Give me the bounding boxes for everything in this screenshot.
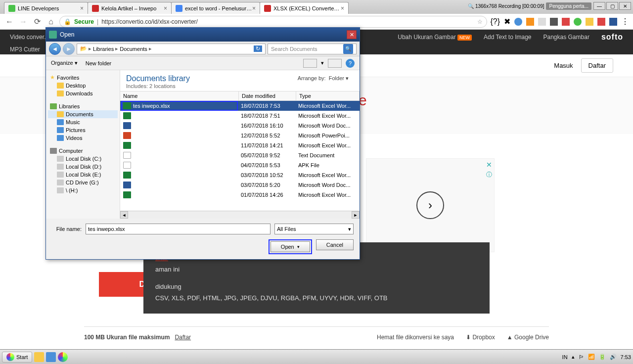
forward-button[interactable]: → xyxy=(18,16,29,27)
nav-link[interactable]: Pangkas Gambar xyxy=(543,34,589,41)
ext-icon[interactable] xyxy=(597,18,605,26)
sidebar-favorites[interactable]: ★Favorites xyxy=(48,73,118,82)
sidebar-desktop[interactable]: Desktop xyxy=(48,82,118,90)
file-row[interactable]: 05/07/2018 9:52Text Document xyxy=(120,150,360,160)
tray-icon[interactable]: 🔊 xyxy=(610,354,617,360)
nav-link[interactable]: Add Text to Image xyxy=(484,34,532,41)
login-link[interactable]: Masuk xyxy=(554,62,573,69)
cancel-button[interactable]: Cancel xyxy=(316,239,354,250)
taskbar-icon[interactable] xyxy=(46,352,56,362)
sidebar-cddrive[interactable]: CD Drive (G:) xyxy=(48,179,118,186)
dialog-toolbar: Organize ▾ New folder ▾ ? xyxy=(46,56,360,70)
ext-icon[interactable]: ✖ xyxy=(504,17,510,26)
sidebar-music[interactable]: Music xyxy=(48,118,118,126)
maximize-button[interactable]: ▢ xyxy=(606,2,618,10)
dialog-titlebar[interactable]: Open ✕ xyxy=(46,28,360,42)
view-button[interactable] xyxy=(303,59,317,68)
browser-tab[interactable]: Kelola Artikel – Inwepo× xyxy=(88,2,172,14)
file-list-headers[interactable]: Name Date modified Type xyxy=(120,91,360,101)
close-icon[interactable]: × xyxy=(164,5,167,12)
minimize-button[interactable]: — xyxy=(593,2,605,10)
tray-icon[interactable]: 🔋 xyxy=(599,354,606,360)
language-indicator[interactable]: IN xyxy=(562,354,568,360)
filename-input[interactable] xyxy=(86,224,271,234)
sidebar-pictures[interactable]: Pictures xyxy=(48,126,118,134)
sidebar-computer[interactable]: Computer xyxy=(48,147,118,155)
dialog-close-button[interactable]: ✕ xyxy=(347,30,357,39)
ext-icon[interactable]: {?} xyxy=(490,17,500,26)
organize-button[interactable]: Organize ▾ xyxy=(51,60,78,66)
url-input[interactable]: 🔒 Secure | https://convertio.co/id/xlsx-… xyxy=(59,16,487,28)
tray-icon[interactable]: ▴ xyxy=(572,354,575,360)
ext-icon[interactable] xyxy=(550,18,558,26)
tray-icon[interactable]: 📶 xyxy=(588,354,595,360)
file-row[interactable]: 04/07/2018 5:53APK File xyxy=(120,160,360,170)
file-row[interactable]: 12/07/2018 5:52Microsoft PowerPoi... xyxy=(120,131,360,140)
file-row[interactable]: tes inwepo.xlsx18/07/2018 7:53Microsoft … xyxy=(120,101,360,111)
horizontal-scrollbar[interactable]: ◄► xyxy=(120,211,360,219)
open-button[interactable]: Open▾ xyxy=(271,241,310,252)
nav-forward-button[interactable]: ► xyxy=(63,43,75,55)
file-row[interactable]: 18/07/2018 7:51Microsoft Excel Wor... xyxy=(120,111,360,121)
close-icon[interactable]: × xyxy=(341,5,344,12)
newfolder-button[interactable]: New folder xyxy=(86,60,112,66)
ext-icon[interactable] xyxy=(562,18,570,26)
ad-box[interactable]: › ✕ ⓘ xyxy=(366,158,495,252)
sidebar-localc[interactable]: Local Disk (C:) xyxy=(48,155,118,163)
footer-daftar-link[interactable]: Daftar xyxy=(175,334,191,341)
refresh-icon[interactable]: ↻ xyxy=(254,46,262,52)
breadcrumb[interactable]: 📂▸ Libraries▸ Documents▸ ↻ xyxy=(77,44,266,54)
ext-icon[interactable] xyxy=(538,18,546,26)
ext-icon[interactable] xyxy=(586,18,593,26)
sidebar-libraries[interactable]: Libraries xyxy=(48,102,118,110)
file-row[interactable]: 01/07/2018 14:26Microsoft Excel Wor... xyxy=(120,190,360,200)
gdrive-link[interactable]: ▲ Google Drive xyxy=(507,334,549,341)
browser-tab[interactable]: excel to word - Penelusuran× xyxy=(171,2,260,14)
sidebar-locald[interactable]: Local Disk (D:) xyxy=(48,163,118,171)
dropbox-link[interactable]: ⬇ Dropbox xyxy=(466,334,495,341)
ext-icon[interactable] xyxy=(609,18,617,26)
file-row[interactable]: 16/07/2018 16:10Microsoft Word Doc... xyxy=(120,121,360,131)
browser-tab[interactable]: LINE Developers× xyxy=(4,2,88,14)
back-button[interactable]: ← xyxy=(4,16,15,27)
signup-button[interactable]: Daftar xyxy=(581,58,613,73)
file-row[interactable]: 03/07/2018 10:52Microsoft Excel Wor... xyxy=(120,170,360,180)
sidebar-videos[interactable]: Videos xyxy=(48,134,118,142)
filter-select[interactable]: All Files▾ xyxy=(274,224,354,234)
ext-icon[interactable] xyxy=(514,18,522,26)
search-input[interactable]: Search Documents 🔍 xyxy=(268,44,357,54)
file-row[interactable]: 03/07/2018 5:20Microsoft Word Doc... xyxy=(120,180,360,190)
close-icon[interactable]: × xyxy=(80,5,84,12)
help-button[interactable]: ? xyxy=(346,59,355,68)
file-row[interactable]: 11/07/2018 14:21Microsoft Excel Wor... xyxy=(120,140,360,150)
close-icon[interactable]: × xyxy=(252,5,256,12)
ad-close-icon[interactable]: ✕ xyxy=(486,161,492,169)
start-button[interactable]: Start xyxy=(2,352,32,363)
ext-icon[interactable] xyxy=(574,18,582,26)
clock[interactable]: 7:53 xyxy=(621,354,631,360)
home-button[interactable]: ⌂ xyxy=(45,16,56,27)
star-icon[interactable]: ☆ xyxy=(477,18,483,25)
browser-tab[interactable]: XLSX (EXCEL) Converter / ...× xyxy=(260,2,349,14)
nav-link[interactable]: MP3 Cutter xyxy=(10,46,40,53)
taskbar-icon[interactable] xyxy=(34,352,44,362)
menu-icon[interactable]: ⋮ xyxy=(621,17,629,26)
sidebar-documents[interactable]: Documents xyxy=(48,110,118,118)
arrange-by[interactable]: Arrange by: Folder ▾ xyxy=(298,75,349,82)
preview-button[interactable] xyxy=(328,59,342,68)
ad-info-icon[interactable]: ⓘ xyxy=(486,171,492,179)
close-button[interactable]: ✕ xyxy=(619,2,631,10)
sidebar-downloads[interactable]: Downloads xyxy=(48,90,118,97)
recording-indicator: 🔍 1366x768 Recording [00:00:09] xyxy=(468,3,544,9)
nav-back-button[interactable]: ◄ xyxy=(49,43,61,55)
search-icon[interactable]: 🔍 xyxy=(343,44,353,54)
file-list[interactable]: tes inwepo.xlsx18/07/2018 7:53Microsoft … xyxy=(120,101,360,211)
nav-link[interactable]: Ubah Ukuran Gambar NEW xyxy=(398,34,472,41)
taskbar-chrome-icon[interactable] xyxy=(58,352,68,362)
sidebar-hdrive[interactable]: \ (H:) xyxy=(48,186,118,194)
sidebar-locale[interactable]: Local Disk (E:) xyxy=(48,171,118,179)
ext-icon[interactable] xyxy=(526,18,534,26)
reload-button[interactable]: ⟳ xyxy=(32,16,43,27)
nav-link[interactable]: Video conver... xyxy=(10,34,49,41)
tray-icon[interactable]: 🏳 xyxy=(579,354,584,360)
